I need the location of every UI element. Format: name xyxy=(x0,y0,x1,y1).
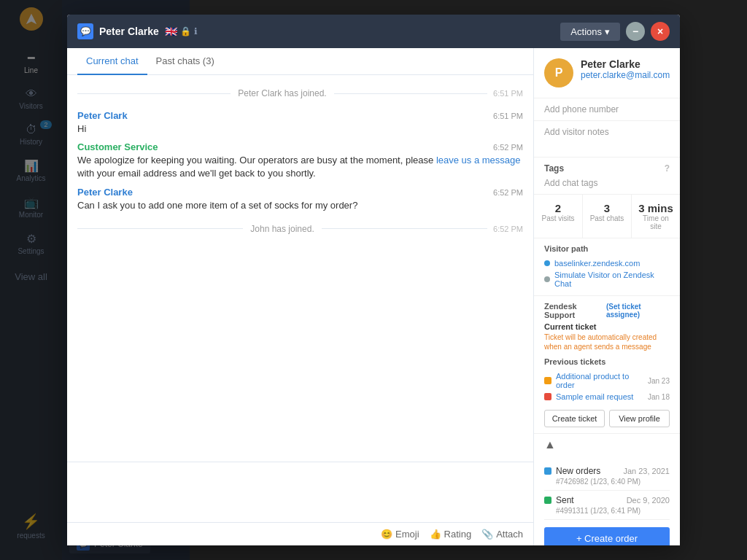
visitor-profile-email[interactable]: peter.clarke@mail.com xyxy=(581,70,670,80)
ticket-item[interactable]: Sample email request Jan 18 xyxy=(544,391,670,402)
rating-icon: 👍 xyxy=(430,529,441,540)
visitor-path-title: Visitor path xyxy=(544,244,670,253)
dialog-visitor-name: Peter Clarke xyxy=(99,26,159,37)
zendesk-section: Zendesk Support (Set ticket assignee) Cu… xyxy=(534,296,680,434)
message-text: Can I ask you to add one more item of a … xyxy=(77,199,523,212)
ticket-dot-red xyxy=(544,393,551,400)
tab-current-chat[interactable]: Current chat xyxy=(77,48,147,75)
info-icon: ℹ xyxy=(194,26,198,36)
ticket-dot-yellow xyxy=(544,377,551,384)
message-sender: Customer Service xyxy=(77,141,158,152)
order-item: Sent Dec 9, 2020 #4991311 (1/23, 6:41 PM… xyxy=(544,491,670,520)
stat-label: Past chats xyxy=(587,214,627,222)
message-header: Customer Service 6:52 PM xyxy=(77,141,523,154)
rating-button[interactable]: 👍 Rating xyxy=(430,529,472,540)
system-message: John has joined. 6:52 PM xyxy=(77,218,523,240)
collapse-button[interactable]: ▲ xyxy=(534,434,680,456)
system-time: 6:52 PM xyxy=(493,225,523,233)
flag-uk-icon: 🇬🇧 xyxy=(165,26,177,37)
zendesk-header: Zendesk Support (Set ticket assignee) xyxy=(544,302,670,319)
stat-value: 3 xyxy=(587,202,627,214)
minimize-button[interactable]: − xyxy=(626,22,645,41)
visitor-profile-name: Peter Clarke xyxy=(581,58,670,70)
path-item[interactable]: baselinker.zendesk.com xyxy=(544,257,670,269)
chat-input-container xyxy=(67,462,533,522)
prev-tickets-header: Previous tickets xyxy=(544,357,670,366)
tab-past-chats[interactable]: Past chats (3) xyxy=(147,48,223,75)
dialog-title: 💬 Peter Clarke 🇬🇧 🔒 ℹ xyxy=(77,23,198,39)
ticket-name: Sample email request xyxy=(556,392,643,401)
path-dot-blue xyxy=(544,260,550,266)
stat-time-on-site: 3 mins Time on site xyxy=(632,195,680,238)
message-time: 6:52 PM xyxy=(493,188,523,197)
stat-value: 2 xyxy=(538,202,578,214)
emoji-button[interactable]: 😊 Emoji xyxy=(381,529,419,540)
emoji-icon: 😊 xyxy=(381,529,392,540)
stat-label: Past visits xyxy=(538,214,578,222)
chat-area: Current chat Past chats (3) Peter Clark … xyxy=(67,48,534,545)
order-header: Sent Dec 9, 2020 xyxy=(544,495,670,505)
create-ticket-button[interactable]: Create ticket xyxy=(544,410,605,427)
chat-input[interactable] xyxy=(77,468,523,519)
ticket-date: Jan 23 xyxy=(648,377,670,385)
visitor-notes-field[interactable]: Add visitor notes xyxy=(534,121,680,158)
system-time: 6:51 PM xyxy=(493,89,523,98)
message-header: Peter Clark 6:51 PM xyxy=(77,110,523,122)
system-text: Peter Clark has joined. xyxy=(231,88,333,98)
message-text: Hi xyxy=(77,122,523,136)
order-title: Sent xyxy=(556,495,574,505)
tags-label: Tags xyxy=(544,163,564,174)
ticket-item[interactable]: Additional product to order Jan 23 xyxy=(544,370,670,391)
attach-button[interactable]: 📎 Attach xyxy=(481,529,523,540)
dialog-body: Current chat Past chats (3) Peter Clark … xyxy=(67,48,680,545)
message-time: 6:52 PM xyxy=(493,143,523,152)
message-sender: Peter Clark xyxy=(77,110,128,121)
lock-icon: 🔒 xyxy=(180,26,191,36)
path-link[interactable]: Simulate Visitor on Zendesk Chat xyxy=(554,271,670,288)
message-sender: Peter Clarke xyxy=(77,187,133,198)
path-link[interactable]: baselinker.zendesk.com xyxy=(554,259,640,268)
order-date: Jan 23, 2021 xyxy=(623,467,670,475)
order-section: New orders Jan 23, 2021 #7426982 (1/23, … xyxy=(534,456,680,545)
path-item[interactable]: Simulate Visitor on Zendesk Chat xyxy=(544,269,670,289)
stat-value: 3 mins xyxy=(636,202,676,214)
chat-icon: 💬 xyxy=(77,23,93,39)
order-item: New orders Jan 23, 2021 #7426982 (1/23, … xyxy=(544,462,670,491)
dialog-overlay: 💬 Peter Clarke 🇬🇧 🔒 ℹ Actions ▾ − × xyxy=(0,0,747,560)
message-time: 6:51 PM xyxy=(493,112,523,120)
set-assignee-link[interactable]: (Set ticket assignee) xyxy=(606,303,670,319)
current-ticket-label: Current ticket xyxy=(544,322,670,331)
order-header: New orders Jan 23, 2021 xyxy=(544,466,670,476)
close-button[interactable]: × xyxy=(651,22,670,41)
chat-toolbar: 😊 Emoji 👍 Rating 📎 Attach xyxy=(67,522,533,545)
tags-help-icon[interactable]: ? xyxy=(665,163,670,174)
header-actions: Actions ▾ − × xyxy=(560,22,670,41)
tags-section: Tags ? Add chat tags xyxy=(534,158,680,195)
avatar: P xyxy=(544,58,573,88)
ticket-name: Additional product to order xyxy=(556,372,643,389)
system-text: John has joined. xyxy=(243,224,321,234)
message-link[interactable]: leave us a message xyxy=(436,155,521,166)
message-row: Peter Clarke 6:52 PM Can I ask you to ad… xyxy=(77,187,523,212)
order-dot-green xyxy=(544,497,551,504)
create-order-button[interactable]: + Create order xyxy=(544,527,670,545)
zendesk-label: Zendesk Support xyxy=(544,302,603,319)
ticket-auto-message: Ticket will be automatically created whe… xyxy=(544,332,670,351)
add-phone-field[interactable]: Add phone number xyxy=(534,98,680,121)
stat-label: Time on site xyxy=(636,214,676,230)
add-tags-input[interactable]: Add chat tags xyxy=(544,178,670,188)
message-text: We apologize for keeping you waiting. Ou… xyxy=(77,154,523,180)
chat-tabs: Current chat Past chats (3) xyxy=(67,48,533,75)
chat-messages: Peter Clark has joined. 6:51 PM Peter Cl… xyxy=(67,75,533,462)
order-title: New orders xyxy=(556,466,600,476)
actions-button[interactable]: Actions ▾ xyxy=(560,23,620,41)
ticket-actions: Create ticket View profile xyxy=(544,410,670,427)
stat-past-visits: 2 Past visits xyxy=(534,195,583,238)
order-meta: #7426982 (1/23, 6:40 PM) xyxy=(544,478,670,486)
message-header: Peter Clarke 6:52 PM xyxy=(77,187,523,199)
view-profile-button[interactable]: View profile xyxy=(609,410,670,427)
order-meta: #4991311 (1/23, 6:41 PM) xyxy=(544,507,670,515)
visitor-info: Peter Clarke peter.clarke@mail.com xyxy=(581,58,670,80)
system-message: Peter Clark has joined. 6:51 PM xyxy=(77,82,523,104)
stat-past-chats: 3 Past chats xyxy=(583,195,632,238)
